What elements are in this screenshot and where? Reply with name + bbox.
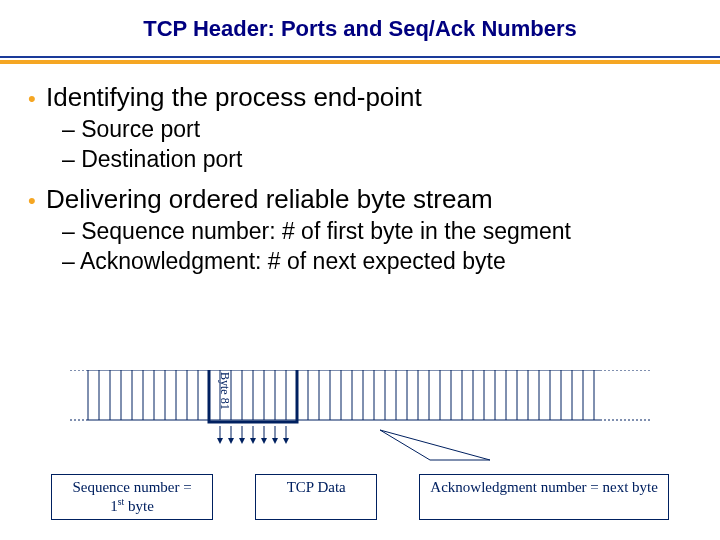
seq-caption: Sequence number = 1st byte: [51, 474, 213, 521]
bullet-1: •Identifying the process end-point: [28, 82, 702, 113]
bullet-2-sub-2: – Acknowledgment: # of next expected byt…: [62, 247, 702, 276]
bullet-dot-icon: •: [28, 188, 46, 214]
ack-caption: Acknowledgment number = next byte: [419, 474, 669, 521]
svg-marker-67: [261, 438, 267, 444]
seq-caption-tail: byte: [124, 498, 154, 514]
bullet-1-sub-1: – Source port: [62, 115, 702, 144]
title-divider: [0, 46, 720, 66]
bullet-2-text: Delivering ordered reliable byte stream: [46, 184, 493, 214]
byte-81-label: Byte 81: [217, 372, 232, 410]
bullet-2: •Delivering ordered reliable byte stream: [28, 184, 702, 215]
seq-caption-line1: Sequence number =: [72, 479, 191, 495]
bullet-2-sub-1-text: Sequence number: # of first byte in the …: [81, 218, 571, 244]
slide-body: •Identifying the process end-point – Sou…: [0, 66, 720, 276]
tcp-data-caption: TCP Data: [255, 474, 377, 521]
svg-marker-68: [272, 438, 278, 444]
bullet-1-sub-2-text: Destination port: [81, 146, 242, 172]
bullet-2-sub-1: – Sequence number: # of first byte in th…: [62, 217, 702, 246]
svg-marker-69: [283, 438, 289, 444]
svg-marker-66: [250, 438, 256, 444]
seq-caption-num: 1: [110, 498, 118, 514]
svg-marker-70: [380, 430, 490, 460]
bullet-1-text: Identifying the process end-point: [46, 82, 422, 112]
svg-marker-63: [217, 438, 223, 444]
slide-title: TCP Header: Ports and Seq/Ack Numbers: [0, 0, 720, 42]
bullet-2-sub-2-text: Acknowledgment: # of next expected byte: [80, 248, 506, 274]
svg-marker-65: [239, 438, 245, 444]
bullet-dot-icon: •: [28, 86, 46, 112]
bullet-1-sub-2: – Destination port: [62, 145, 702, 174]
bullet-1-sub-1-text: Source port: [81, 116, 200, 142]
svg-marker-64: [228, 438, 234, 444]
